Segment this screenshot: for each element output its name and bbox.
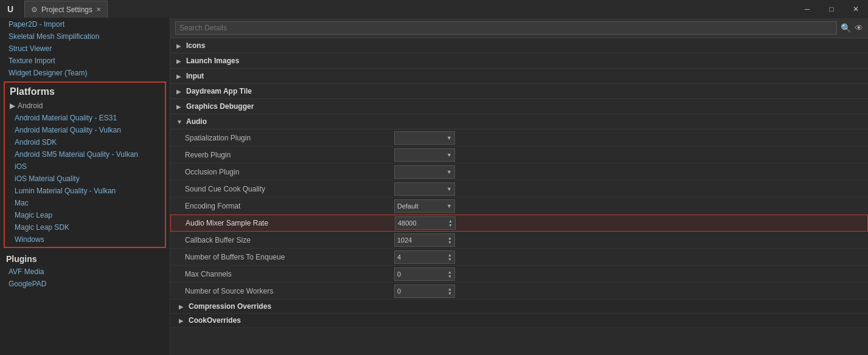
close-window-button[interactable]: ✕ bbox=[844, 0, 868, 18]
title-tab[interactable]: ⚙ Project Settings ✕ bbox=[24, 1, 108, 18]
buffers-enqueue-control: 4 ▲ ▼ bbox=[389, 249, 868, 265]
visibility-icon[interactable]: 👁 bbox=[855, 23, 863, 33]
spin-up[interactable]: ▲ bbox=[448, 219, 453, 223]
search-icon[interactable]: 🔍 bbox=[841, 23, 851, 33]
sample-rate-input[interactable]: 48000 ▲ ▼ bbox=[395, 216, 456, 230]
section-graphics-debugger[interactable]: ▶ Graphics Debugger bbox=[170, 99, 868, 114]
close-tab-button[interactable]: ✕ bbox=[96, 6, 101, 13]
buffers-enqueue-spinner[interactable]: ▲ ▼ bbox=[448, 253, 452, 261]
section-input[interactable]: ▶ Input bbox=[170, 69, 868, 84]
sidebar-item-skeletal-mesh[interactable]: Skeletal Mesh Simplification bbox=[0, 30, 170, 43]
launch-images-arrow: ▶ bbox=[176, 58, 186, 64]
setting-source-workers: Number of Source Workers 0 ▲ ▼ bbox=[170, 283, 868, 300]
compression-arrow: ▶ bbox=[179, 303, 189, 310]
buffers-enqueue-input[interactable]: 4 ▲ ▼ bbox=[394, 250, 455, 264]
callback-buffer-spinner[interactable]: ▲ ▼ bbox=[448, 236, 452, 244]
subsection-cook-overrides[interactable]: ▶ CookOverrides bbox=[170, 314, 868, 328]
section-audio[interactable]: ▼ Audio bbox=[170, 114, 868, 129]
graphics-debugger-label: Graphics Debugger bbox=[186, 102, 254, 111]
sidebar-item-mac[interactable]: Mac bbox=[6, 197, 164, 209]
input-arrow: ▶ bbox=[176, 73, 186, 80]
sidebar-item-android-vulkan[interactable]: Android Material Quality - Vulkan bbox=[6, 124, 164, 136]
sample-rate-spinner[interactable]: ▲ ▼ bbox=[448, 219, 453, 227]
section-icons[interactable]: ▶ Icons bbox=[170, 38, 868, 53]
spin-down-4[interactable]: ▼ bbox=[448, 274, 452, 278]
section-daydream[interactable]: ▶ Daydream App Tile bbox=[170, 84, 868, 99]
setting-spatialization: Spatialization Plugin ▼ bbox=[170, 129, 868, 146]
callback-buffer-value: 1024 bbox=[397, 236, 412, 244]
source-workers-value: 0 bbox=[397, 288, 401, 295]
spin-up-3[interactable]: ▲ bbox=[448, 253, 452, 257]
max-channels-spinner[interactable]: ▲ ▼ bbox=[448, 270, 452, 278]
spatialization-dropdown[interactable]: ▼ bbox=[394, 131, 455, 145]
source-workers-spinner[interactable]: ▲ ▼ bbox=[448, 287, 452, 295]
sound-cue-control: ▼ bbox=[389, 181, 868, 197]
platforms-section: Platforms ▶ Android Android Material Qua… bbox=[4, 81, 166, 248]
content-area: 🔍 👁 ▶ Icons ▶ Launch Images ▶ Input ▶ Da… bbox=[170, 18, 868, 355]
sidebar-item-avf-media[interactable]: AVF Media bbox=[0, 266, 170, 278]
sidebar-item-android-sm5[interactable]: Android SM5 Material Quality - Vulkan bbox=[6, 148, 164, 160]
spin-up-2[interactable]: ▲ bbox=[448, 236, 452, 240]
sidebar-item-magic-leap[interactable]: Magic Leap bbox=[6, 209, 164, 221]
sidebar-item-paper2d[interactable]: Paper2D - Import bbox=[0, 18, 170, 30]
spatialization-arrow: ▼ bbox=[446, 135, 452, 141]
search-input[interactable] bbox=[175, 21, 837, 35]
sidebar-item-android[interactable]: ▶ Android bbox=[6, 100, 164, 112]
sample-rate-value: 48000 bbox=[398, 219, 417, 227]
source-workers-input[interactable]: 0 ▲ ▼ bbox=[394, 284, 455, 298]
sidebar-item-android-sdk[interactable]: Android SDK bbox=[6, 136, 164, 148]
sidebar-item-android-es31[interactable]: Android Material Quality - ES31 bbox=[6, 112, 164, 124]
spin-down-5[interactable]: ▼ bbox=[448, 291, 452, 295]
buffers-enqueue-value: 4 bbox=[397, 253, 401, 261]
section-launch-images[interactable]: ▶ Launch Images bbox=[170, 53, 868, 69]
plugins-header: Plugins bbox=[0, 250, 170, 266]
spin-down[interactable]: ▼ bbox=[448, 223, 453, 227]
sidebar-item-magic-leap-sdk[interactable]: Magic Leap SDK bbox=[6, 221, 164, 233]
encoding-format-value: Default bbox=[397, 202, 418, 210]
icons-arrow: ▶ bbox=[176, 43, 186, 49]
input-label: Input bbox=[186, 72, 204, 80]
sidebar-item-widget-designer[interactable]: Widget Designer (Team) bbox=[0, 67, 170, 79]
setting-sample-rate: Audio Mixer Sample Rate 48000 ▲ ▼ bbox=[170, 215, 868, 232]
encoding-format-control: Default ▼ bbox=[389, 198, 868, 214]
main-layout: Paper2D - Import Skeletal Mesh Simplific… bbox=[0, 18, 868, 355]
sound-cue-label: Sound Cue Cook Quality bbox=[170, 182, 389, 196]
reverb-dropdown[interactable]: ▼ bbox=[394, 148, 455, 162]
spin-down-2[interactable]: ▼ bbox=[448, 240, 452, 244]
window-controls: ─ □ ✕ bbox=[795, 0, 868, 18]
sidebar-item-ios-material[interactable]: iOS Material Quality bbox=[6, 173, 164, 185]
occlusion-dropdown[interactable]: ▼ bbox=[394, 165, 455, 179]
encoding-format-arrow: ▼ bbox=[446, 203, 452, 209]
audio-label: Audio bbox=[186, 117, 207, 126]
minimize-button[interactable]: ─ bbox=[795, 0, 819, 18]
sound-cue-dropdown[interactable]: ▼ bbox=[394, 182, 455, 196]
subsection-compression[interactable]: ▶ Compression Overrides bbox=[170, 300, 868, 314]
sidebar-item-struct-viewer[interactable]: Struct Viewer bbox=[0, 43, 170, 55]
search-bar: 🔍 👁 bbox=[170, 18, 868, 38]
sidebar-item-lumin[interactable]: Lumin Material Quality - Vulkan bbox=[6, 185, 164, 197]
occlusion-control: ▼ bbox=[389, 164, 868, 180]
spin-down-3[interactable]: ▼ bbox=[448, 257, 452, 261]
sound-cue-arrow: ▼ bbox=[446, 186, 452, 192]
setting-encoding-format: Encoding Format Default ▼ bbox=[170, 198, 868, 215]
spatialization-control: ▼ bbox=[389, 130, 868, 146]
maximize-button[interactable]: □ bbox=[819, 0, 844, 18]
icons-label: Icons bbox=[186, 41, 205, 50]
max-channels-input[interactable]: 0 ▲ ▼ bbox=[394, 267, 455, 281]
reverb-label: Reverb Plugin bbox=[170, 148, 389, 162]
spatialization-label: Spatialization Plugin bbox=[170, 131, 389, 145]
spin-up-5[interactable]: ▲ bbox=[448, 287, 452, 291]
source-workers-label: Number of Source Workers bbox=[170, 284, 389, 298]
sidebar-item-texture-import[interactable]: Texture Import bbox=[0, 55, 170, 67]
spin-up-4[interactable]: ▲ bbox=[448, 270, 452, 274]
encoding-format-label: Encoding Format bbox=[170, 199, 389, 213]
occlusion-label: Occlusion Plugin bbox=[170, 165, 389, 179]
sidebar-item-googlepad[interactable]: GooglePAD bbox=[0, 278, 170, 290]
encoding-format-dropdown[interactable]: Default ▼ bbox=[394, 199, 455, 213]
tab-title: Project Settings bbox=[41, 5, 92, 14]
android-label: Android bbox=[18, 102, 43, 110]
sidebar-item-windows[interactable]: Windows bbox=[6, 233, 164, 246]
callback-buffer-input[interactable]: 1024 ▲ ▼ bbox=[394, 233, 455, 247]
sample-rate-label: Audio Mixer Sample Rate bbox=[171, 216, 390, 230]
sidebar-item-ios[interactable]: iOS bbox=[6, 160, 164, 173]
